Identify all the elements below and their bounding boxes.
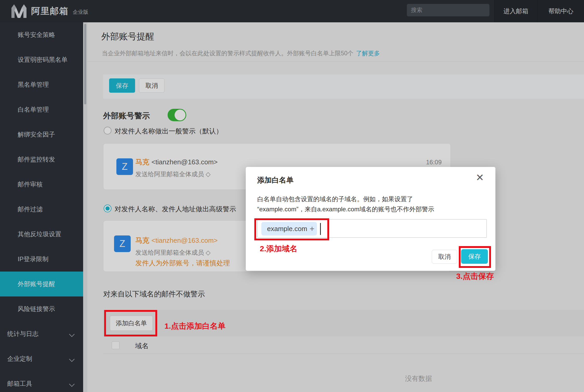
modal-body-line2: “example.com”，来自a.example.com域名的账号也不作外部警…: [257, 204, 481, 214]
domain-tag-input[interactable]: example.com +: [257, 219, 487, 238]
modal-body-line1: 白名单自动包含设置的域名的子域名。例如，如果设置了: [257, 194, 481, 204]
text-cursor: [320, 223, 321, 235]
add-whitelist-modal: 添加白名单 ✕ 白名单自动包含设置的域名的子域名。例如，如果设置了 “examp…: [246, 167, 495, 271]
modal-save-button[interactable]: 保存: [461, 249, 488, 264]
add-domain-plus-button[interactable]: +: [307, 222, 317, 235]
domain-tag[interactable]: example.com: [261, 222, 313, 235]
modal-title: 添加白名单: [257, 175, 294, 185]
app-root: 阿里邮箱 企业版 进入邮箱 帮助中心 账号安全策略 设置弱密码黑名单 黑名单管理…: [0, 0, 584, 392]
modal-cancel-button[interactable]: 取消: [432, 250, 457, 264]
close-icon[interactable]: ✕: [476, 173, 484, 183]
modal-body-text: 白名单自动包含设置的域名的子域名。例如，如果设置了 “example.com”，…: [257, 194, 481, 214]
